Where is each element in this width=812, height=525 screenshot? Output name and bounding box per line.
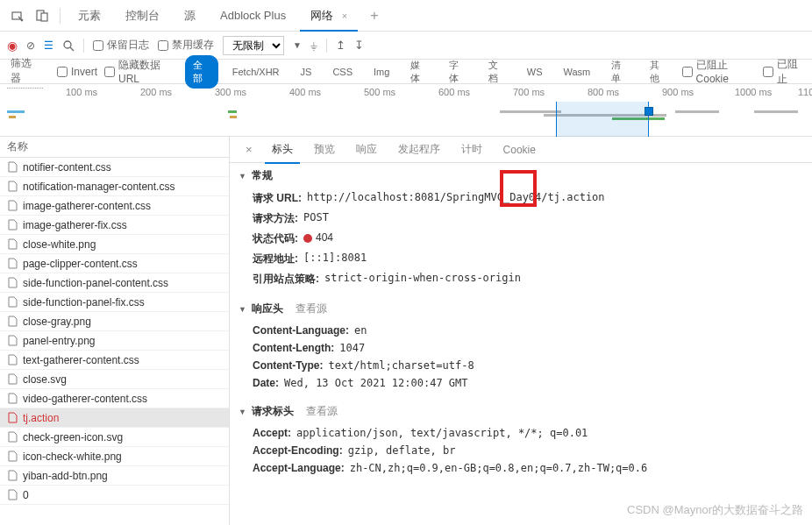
general-section-title: 常规 <box>252 168 273 183</box>
timeline-bars <box>0 102 812 137</box>
table-row[interactable]: check-green-icon.svg <box>0 428 229 447</box>
general-section-body: 请求 URL:http://localhost:8081/SpringMVC_D… <box>230 188 812 296</box>
response-headers-title: 响应头 <box>252 302 283 316</box>
tick-label: 900 ms <box>662 87 694 97</box>
table-row[interactable]: notification-manager-content.css <box>0 177 229 196</box>
detail-tab-headers[interactable]: 标头 <box>261 137 303 163</box>
blocked-cookie-checkbox[interactable]: 已阻止 Cookie <box>682 58 757 85</box>
filter-pill-fetch[interactable]: Fetch/XHR <box>225 64 287 80</box>
throttle-select[interactable]: 无限制 <box>223 36 284 55</box>
filter-pill-media[interactable]: 媒体 <box>403 56 435 88</box>
file-name: image-gatherer-fix.css <box>23 219 127 231</box>
view-source-link[interactable]: 查看源 <box>296 302 327 316</box>
filter-pill-doc[interactable]: 文档 <box>481 56 513 88</box>
tab-console[interactable]: 控制台 <box>115 1 170 31</box>
preserve-log-label: 保留日志 <box>107 38 149 53</box>
tab-network[interactable]: 网络 × <box>300 1 358 31</box>
detail-tab-response[interactable]: 响应 <box>345 137 388 163</box>
general-section-toggle[interactable]: ▼ 常规 <box>230 163 812 188</box>
table-row[interactable]: notifier-content.css <box>0 158 229 177</box>
timeline-overview[interactable]: 100 ms 200 ms 300 ms 400 ms 500 ms 600 m… <box>0 84 812 137</box>
tick-label: 400 ms <box>289 87 321 97</box>
filter-pill-img[interactable]: Img <box>367 64 396 80</box>
file-icon <box>7 413 18 423</box>
header-key: Content-Language: <box>253 324 349 337</box>
detail-tab-initiator[interactable]: 发起程序 <box>388 137 451 163</box>
file-icon <box>7 490 18 500</box>
top-bar: 元素 控制台 源 Adblock Plus 网络 × + <box>0 0 812 32</box>
search-button[interactable] <box>62 39 75 52</box>
tick-label: 200 ms <box>140 87 172 97</box>
invert-checkbox[interactable]: Invert <box>57 66 97 78</box>
preserve-log-checkbox[interactable]: 保留日志 <box>93 38 149 53</box>
table-row[interactable]: image-gatherer-content.css <box>0 196 229 216</box>
close-icon[interactable]: × <box>342 11 347 21</box>
download-icon[interactable]: ↧ <box>354 39 364 52</box>
filter-pill-ws[interactable]: WS <box>520 64 550 80</box>
table-row[interactable]: tj.action <box>0 408 229 428</box>
filter-bar: 筛选器 Invert 隐藏数据 URL 全部 Fetch/XHR JS CSS … <box>0 60 812 84</box>
table-row[interactable]: close-white.png <box>0 235 229 254</box>
tab-sources[interactable]: 源 <box>174 1 206 31</box>
table-row[interactable]: text-gatherer-content.css <box>0 351 229 370</box>
response-headers-body: Content-Language:enContent-Length:1047Co… <box>230 322 812 399</box>
table-row[interactable]: page-clipper-content.css <box>0 254 229 273</box>
table-row[interactable]: close.svg <box>0 370 229 389</box>
file-name: 0 <box>23 489 29 501</box>
detail-tab-cookies[interactable]: Cookie <box>493 138 546 162</box>
blocked-checkbox[interactable]: 已阻止 <box>763 57 805 87</box>
view-source-link[interactable]: 查看源 <box>306 404 338 419</box>
device-icon[interactable] <box>32 5 53 26</box>
tab-elements[interactable]: 元素 <box>68 1 111 31</box>
tab-adblock[interactable]: Adblock Plus <box>210 2 296 29</box>
filter-pill-font[interactable]: 字体 <box>442 56 474 88</box>
table-row[interactable]: image-gatherer-fix.css <box>0 216 229 235</box>
file-name: page-clipper-content.css <box>23 258 138 270</box>
table-row[interactable]: video-gatherer-content.css <box>0 389 229 408</box>
network-conditions-icon[interactable]: ⏚ <box>310 39 317 52</box>
table-row[interactable]: panel-entry.png <box>0 331 229 351</box>
file-icon <box>7 432 18 443</box>
filter-toggle[interactable]: ☰ <box>44 39 53 52</box>
table-row[interactable]: side-function-panel-fix.css <box>0 293 229 312</box>
inspect-icon[interactable] <box>7 5 28 26</box>
table-row[interactable]: yiban-add-btn.png <box>0 466 229 486</box>
record-button[interactable]: ◉ <box>7 39 18 53</box>
header-key: Content-Type: <box>253 359 323 372</box>
filter-pill-js[interactable]: JS <box>294 64 319 80</box>
tick-label: 600 ms <box>438 87 470 97</box>
detail-tab-preview[interactable]: 预览 <box>303 137 345 163</box>
request-headers-toggle[interactable]: ▼ 请求标头 查看源 <box>230 399 812 424</box>
name-column-header[interactable]: 名称 <box>0 137 229 158</box>
upload-icon[interactable]: ↥ <box>336 39 345 52</box>
detail-tab-timing[interactable]: 计时 <box>451 137 493 163</box>
header-key: Content-Length: <box>253 342 334 354</box>
filter-pill-manifest[interactable]: 清单 <box>604 56 636 88</box>
table-row[interactable]: icon-check-white.png <box>0 447 229 466</box>
filter-pill-wasm[interactable]: Wasm <box>557 64 598 80</box>
disable-cache-checkbox[interactable]: 禁用缓存 <box>158 38 214 53</box>
add-tab-button[interactable]: + <box>361 1 387 31</box>
filter-pill-all[interactable]: 全部 <box>185 55 218 89</box>
filter-pill-other[interactable]: 其他 <box>643 56 674 88</box>
chevron-down-icon[interactable]: ▼ <box>293 40 302 50</box>
header-key: Accept-Language: <box>253 462 345 474</box>
svg-rect-2 <box>41 13 47 21</box>
table-row[interactable]: 0 <box>0 486 229 505</box>
close-detail-button[interactable]: × <box>237 143 261 156</box>
request-headers-body: Accept:application/json, text/javascript… <box>230 424 812 484</box>
header-value: 1047 <box>339 342 365 354</box>
filter-pill-css[interactable]: CSS <box>325 64 360 80</box>
file-icon <box>7 451 18 462</box>
file-icon <box>7 374 18 385</box>
table-row[interactable]: side-function-panel-content.css <box>0 273 229 293</box>
file-name: notifier-content.css <box>23 161 111 174</box>
timeline-ticks: 100 ms 200 ms 300 ms 400 ms 500 ms 600 m… <box>0 84 812 102</box>
clear-button[interactable]: ⊘ <box>26 39 35 52</box>
response-headers-toggle[interactable]: ▼ 响应头 查看源 <box>230 296 812 322</box>
table-row[interactable]: close-gray.png <box>0 312 229 331</box>
hide-data-url-checkbox[interactable]: 隐藏数据 URL <box>104 58 178 85</box>
file-icon <box>7 239 18 250</box>
detail-content[interactable]: ▼ 常规 请求 URL:http://localhost:8081/Spring… <box>230 163 812 525</box>
file-name: icon-check-white.png <box>23 451 122 463</box>
